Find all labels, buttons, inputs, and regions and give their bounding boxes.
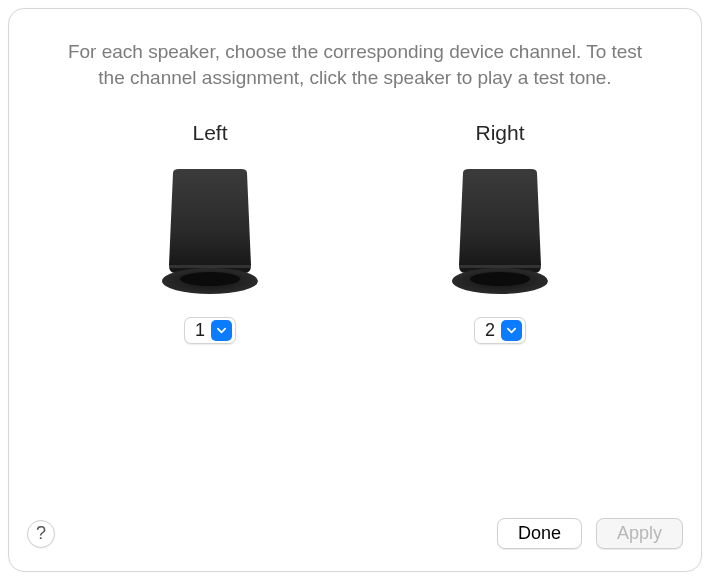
left-speaker-column: Left — [155, 121, 265, 344]
apply-button: Apply — [596, 518, 683, 549]
help-button[interactable]: ? — [27, 520, 55, 548]
help-icon: ? — [36, 523, 46, 544]
left-speaker-label: Left — [192, 121, 227, 145]
right-channel-select[interactable]: 2 — [474, 317, 526, 344]
left-channel-value: 1 — [195, 320, 211, 341]
chevron-down-icon — [501, 320, 522, 341]
svg-rect-5 — [459, 265, 541, 268]
speaker-config-window: For each speaker, choose the correspondi… — [8, 8, 702, 572]
right-speaker-label: Right — [475, 121, 524, 145]
speaker-row: Left — [9, 121, 701, 344]
left-channel-select[interactable]: 1 — [184, 317, 236, 344]
bottom-bar: ? Done Apply — [27, 518, 683, 549]
right-speaker-button[interactable] — [445, 169, 555, 295]
svg-point-1 — [180, 272, 240, 286]
right-channel-value: 2 — [485, 320, 501, 341]
speaker-icon — [445, 169, 555, 295]
speaker-icon — [155, 169, 265, 295]
svg-rect-2 — [169, 265, 251, 268]
left-speaker-button[interactable] — [155, 169, 265, 295]
instructions-text: For each speaker, choose the correspondi… — [59, 39, 651, 90]
right-speaker-column: Right — [445, 121, 555, 344]
done-button[interactable]: Done — [497, 518, 582, 549]
chevron-down-icon — [211, 320, 232, 341]
svg-point-4 — [470, 272, 530, 286]
